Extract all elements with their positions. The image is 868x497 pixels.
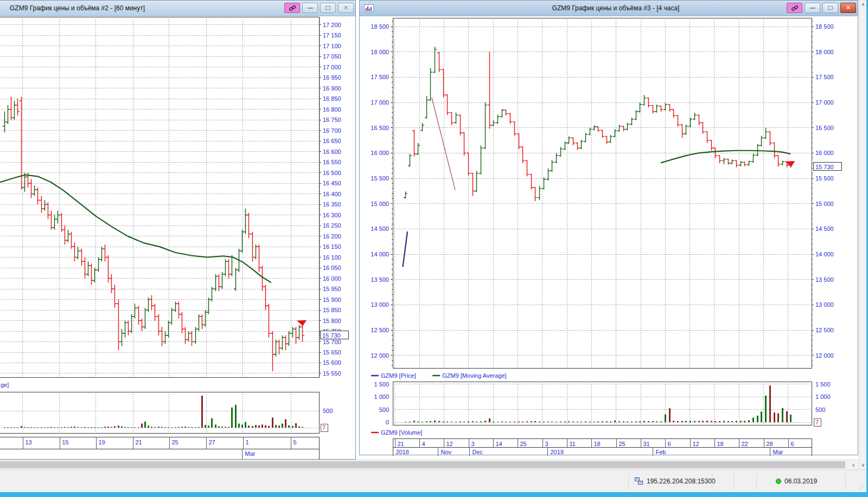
date-tick-label: 15 (62, 439, 69, 446)
minimize-button[interactable] (805, 3, 820, 13)
svg-text:16 300: 16 300 (323, 212, 341, 218)
svg-text:16 400: 16 400 (323, 191, 341, 197)
price-volume-chart[interactable]: 15 55015 60015 65015 70015 75015 80015 8… (0, 1, 356, 460)
month-label: Nov (441, 449, 452, 455)
svg-text:7: 7 (322, 424, 326, 431)
svg-text:14 000: 14 000 (815, 251, 834, 257)
connection-status-icon (776, 479, 781, 484)
month-label: Mar (773, 449, 783, 455)
date-tick-label: 31 (643, 441, 650, 447)
link-icon (791, 5, 799, 11)
price-volume-chart[interactable]: 12 00012 00012 50012 50013 00013 00013 5… (360, 1, 859, 456)
scroll-down-button[interactable]: ∨ (859, 461, 867, 469)
svg-text:16 650: 16 650 (323, 138, 341, 144)
vertical-scrollbar[interactable]: ∧ ∨ (859, 0, 866, 469)
svg-text:16 600: 16 600 (323, 149, 341, 155)
svg-text:15 600: 15 600 (323, 359, 341, 366)
svg-text:15 500: 15 500 (815, 175, 834, 182)
svg-text:17 000: 17 000 (323, 64, 341, 70)
month-label: 2019 (551, 449, 564, 455)
resize-grip[interactable]: ⋰ (859, 484, 866, 490)
chevron-up-icon: ∧ (861, 2, 865, 7)
svg-text:15 730: 15 730 (322, 332, 341, 339)
window-chart2: 15 55015 60015 65015 70015 75015 80015 8… (0, 0, 356, 460)
svg-text:16 700: 16 700 (323, 127, 341, 134)
svg-text:17 500: 17 500 (371, 74, 389, 80)
legend-label: GZM9 [Price] (381, 372, 416, 379)
svg-text:13 000: 13 000 (815, 301, 834, 308)
svg-text:16 900: 16 900 (323, 85, 341, 92)
date-tick-label: 25 (520, 441, 527, 447)
svg-text:16 500: 16 500 (323, 170, 341, 176)
statusbar-separator (712, 473, 712, 489)
close-button[interactable]: ✕ (338, 3, 354, 13)
date-tick-label: 3 (471, 441, 475, 447)
svg-text:7: 7 (815, 419, 819, 425)
svg-text:16 500: 16 500 (815, 125, 834, 131)
window-chart3: 12 00012 00012 50012 50013 00013 00013 5… (359, 0, 858, 455)
svg-text:16 050: 16 050 (323, 264, 341, 271)
svg-text:16 000: 16 000 (815, 150, 834, 156)
svg-text:16 000: 16 000 (323, 275, 341, 282)
link-icon (289, 5, 296, 11)
accent-strip-bottom (0, 492, 868, 497)
month-label: Feb (656, 449, 666, 455)
svg-text:18 000: 18 000 (815, 49, 834, 55)
statusbar-separator (756, 473, 757, 489)
svg-text:1 500: 1 500 (374, 381, 389, 388)
last-volume-label: 7 (814, 418, 821, 426)
svg-text:15 730: 15 730 (815, 164, 834, 170)
svg-text:16 500: 16 500 (371, 125, 389, 131)
svg-text:13 500: 13 500 (815, 276, 834, 283)
svg-text:14 500: 14 500 (371, 225, 389, 232)
svg-text:17 100: 17 100 (323, 43, 341, 49)
svg-text:16 150: 16 150 (323, 243, 341, 250)
close-icon: ✕ (846, 5, 851, 11)
chevron-right-icon: › (852, 461, 854, 469)
svg-text:16 450: 16 450 (323, 180, 341, 186)
date-tick-label: 19 (99, 439, 105, 446)
horizontal-scrollbar-thumb[interactable] (0, 461, 845, 468)
svg-text:15 650: 15 650 (323, 349, 341, 356)
svg-text:14 500: 14 500 (815, 225, 834, 232)
statusbar-separator (733, 473, 734, 489)
date-tick-label: 21 (398, 441, 404, 447)
svg-text:16 350: 16 350 (323, 201, 341, 208)
titlebar: GZM9 График цены и объёма #3 - [4 часа] … (360, 1, 858, 16)
minimize-icon (308, 8, 313, 9)
svg-text:17 500: 17 500 (815, 74, 834, 80)
scroll-right-button[interactable]: › (848, 460, 859, 469)
scroll-up-button[interactable]: ∧ (859, 0, 867, 9)
maximize-button[interactable] (822, 3, 838, 13)
current-price-label: 15 730 (320, 331, 348, 339)
svg-text:500: 500 (815, 406, 825, 413)
date-tick-label: 25 (619, 441, 626, 447)
svg-text:0: 0 (386, 419, 389, 425)
link-button[interactable] (787, 3, 802, 13)
statusbar-separator (845, 473, 846, 489)
horizontal-scrollbar[interactable]: › (0, 460, 859, 469)
date-tick-label: 25 (172, 439, 178, 446)
last-price-marker-icon (297, 320, 307, 326)
current-price-label: 15 730 (813, 163, 841, 171)
svg-text:17 000: 17 000 (815, 99, 834, 106)
svg-text:1 000: 1 000 (815, 393, 831, 400)
svg-text:16 550: 16 550 (323, 159, 341, 165)
svg-text:16 950: 16 950 (323, 74, 341, 81)
link-button[interactable] (284, 3, 300, 13)
legend-label-fragment: ge] (1, 382, 9, 388)
date-tick-label: 4 (422, 441, 425, 447)
svg-text:12 000: 12 000 (371, 352, 389, 359)
svg-text:16 750: 16 750 (323, 117, 341, 123)
svg-text:13 500: 13 500 (371, 276, 389, 283)
date-tick-label: 1 (246, 439, 249, 446)
date-tick-label: 3 (545, 441, 548, 447)
svg-text:15 950: 15 950 (323, 286, 341, 292)
date-tick-label: 13 (25, 439, 32, 446)
close-button[interactable]: ✕ (840, 3, 856, 13)
minimize-button[interactable] (302, 3, 318, 13)
month-label: Mar (245, 450, 256, 457)
svg-text:15 800: 15 800 (323, 318, 341, 324)
svg-text:18 500: 18 500 (815, 23, 834, 30)
maximize-button[interactable] (320, 3, 336, 13)
